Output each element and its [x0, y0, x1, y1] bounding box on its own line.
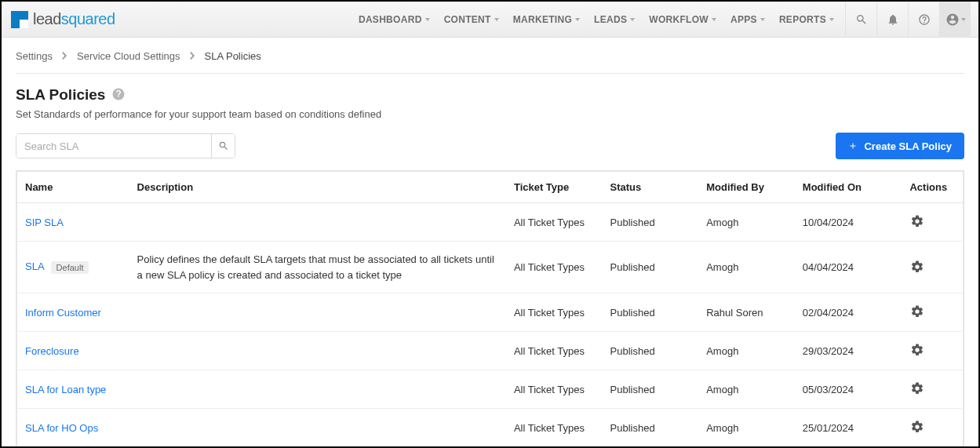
policy-ticket-type: All Ticket Types — [506, 332, 603, 370]
policy-ticket-type: All Ticket Types — [506, 409, 603, 447]
gear-icon[interactable] — [909, 259, 925, 275]
policy-status: Published — [603, 242, 699, 293]
gear-icon[interactable] — [909, 213, 925, 229]
policy-modified-by: Amogh — [698, 242, 795, 293]
logo-text: leadsquared — [33, 10, 115, 28]
policy-status: Published — [603, 409, 699, 447]
policy-description — [129, 332, 506, 370]
user-menu-icon[interactable] — [939, 2, 971, 38]
policy-ticket-type: All Ticket Types — [506, 242, 603, 293]
default-badge: Default — [51, 261, 89, 274]
table-row: SLA for Loan typeAll Ticket TypesPublish… — [17, 370, 964, 409]
policy-ticket-type: All Ticket Types — [506, 203, 603, 242]
gear-icon[interactable] — [909, 304, 925, 319]
policy-modified-on: 25/01/2024 — [795, 409, 891, 447]
policy-name-link[interactable]: SLA — [25, 260, 45, 272]
nav-marketing[interactable]: MARKETING — [507, 9, 586, 30]
bell-icon[interactable] — [876, 2, 908, 38]
breadcrumb-link-settings[interactable]: Settings — [16, 50, 53, 62]
search-input[interactable] — [16, 134, 211, 158]
table-row: ForeclosureAll Ticket TypesPublishedAmog… — [17, 332, 964, 370]
policy-modified-by: Amogh — [698, 332, 795, 370]
policy-description — [129, 203, 506, 242]
breadcrumb-link-service-cloud[interactable]: Service Cloud Settings — [77, 50, 180, 62]
search-button[interactable] — [211, 134, 235, 158]
chevron-right-icon — [62, 50, 67, 62]
gear-icon[interactable] — [909, 342, 925, 358]
page-subtitle: Set Standards of performance for your su… — [16, 108, 964, 120]
table-row: SIP SLAAll Ticket TypesPublishedAmogh10/… — [17, 203, 964, 242]
nav-label: MARKETING — [513, 14, 572, 25]
policy-modified-on: 10/04/2024 — [795, 203, 891, 242]
table-row: SLA for HO OpsAll Ticket TypesPublishedA… — [17, 409, 964, 447]
policy-ticket-type: All Ticket Types — [506, 370, 603, 409]
nav-label: APPS — [730, 14, 757, 25]
nav-reports[interactable]: REPORTS — [773, 9, 840, 30]
policy-name-link[interactable]: Inform Customer — [25, 307, 101, 319]
column-header-status[interactable]: Status — [603, 172, 699, 203]
gear-icon[interactable] — [909, 419, 925, 435]
policy-name-link[interactable]: SIP SLA — [25, 217, 64, 228]
policy-modified-by: Rahul Soren — [698, 293, 795, 332]
policy-description — [129, 293, 506, 332]
chevron-down-icon — [712, 18, 716, 21]
page-title: SLA Policies — [16, 86, 105, 104]
policy-name-link[interactable]: Foreclosure — [25, 345, 79, 357]
policy-modified-on: 05/03/2024 — [795, 370, 891, 409]
policy-name-link[interactable]: SLA for HO Ops — [25, 422, 98, 434]
chevron-down-icon — [494, 18, 499, 21]
column-header-actions: Actions — [891, 172, 963, 203]
chevron-down-icon — [961, 18, 966, 21]
gear-icon[interactable] — [909, 381, 925, 396]
nav-apps[interactable]: APPS — [724, 9, 771, 30]
nav-dashboard[interactable]: DASHBOARD — [352, 9, 436, 30]
top-navigation-bar: leadsquared DASHBOARD CONTENT MARKETING … — [2, 2, 978, 38]
main-nav-menu: DASHBOARD CONTENT MARKETING LEADS WORKFL… — [352, 9, 840, 30]
column-header-modified-by[interactable]: Modified By — [698, 172, 795, 203]
policy-name-link[interactable]: SLA for Loan type — [25, 384, 106, 395]
chevron-down-icon — [760, 18, 765, 21]
breadcrumb-current: SLA Policies — [205, 50, 261, 62]
policy-modified-by: Amogh — [698, 409, 795, 447]
chevron-down-icon — [425, 18, 430, 21]
plus-icon — [848, 141, 858, 151]
info-icon[interactable] — [111, 87, 126, 104]
table-row: Inform CustomerAll Ticket TypesPublished… — [17, 293, 964, 332]
policy-description: Policy defines the default SLA targets t… — [129, 242, 506, 293]
search-icon[interactable] — [845, 2, 876, 38]
policy-status: Published — [603, 293, 699, 332]
policy-description — [129, 370, 506, 409]
nav-label: DASHBOARD — [359, 14, 422, 25]
policy-status: Published — [603, 332, 699, 370]
nav-label: CONTENT — [444, 14, 491, 25]
divider — [16, 73, 964, 74]
policy-modified-on: 29/03/2024 — [795, 332, 891, 370]
column-header-ticket-type[interactable]: Ticket Type — [506, 172, 603, 203]
nav-workflow[interactable]: WORKFLOW — [643, 9, 723, 30]
nav-label: LEADS — [594, 14, 627, 25]
create-sla-policy-button[interactable]: Create SLA Policy — [836, 133, 964, 159]
policy-modified-by: Amogh — [698, 370, 795, 409]
column-header-name[interactable]: Name — [17, 172, 129, 203]
help-icon[interactable] — [908, 2, 939, 38]
nav-leads[interactable]: LEADS — [588, 9, 641, 30]
brand-logo[interactable]: leadsquared — [11, 10, 115, 28]
search-sla-box — [16, 133, 235, 158]
nav-content[interactable]: CONTENT — [438, 9, 505, 30]
policy-status: Published — [603, 203, 699, 242]
sla-policies-table: Name Description Ticket Type Status Modi… — [16, 171, 964, 447]
chevron-down-icon — [829, 18, 834, 21]
policy-modified-by: Amogh — [698, 203, 795, 242]
chevron-right-icon — [190, 50, 195, 62]
chevron-down-icon — [575, 18, 580, 21]
column-header-description[interactable]: Description — [129, 172, 506, 203]
logo-mark-icon — [11, 11, 28, 28]
policy-description — [129, 409, 506, 447]
breadcrumb: Settings Service Cloud Settings SLA Poli… — [16, 50, 964, 62]
policy-status: Published — [603, 370, 699, 409]
chevron-down-icon — [630, 18, 635, 21]
policy-modified-on: 04/04/2024 — [795, 242, 891, 293]
column-header-modified-on[interactable]: Modified On — [795, 172, 891, 203]
policy-modified-on: 02/04/2024 — [795, 293, 891, 332]
create-button-label: Create SLA Policy — [864, 140, 952, 152]
